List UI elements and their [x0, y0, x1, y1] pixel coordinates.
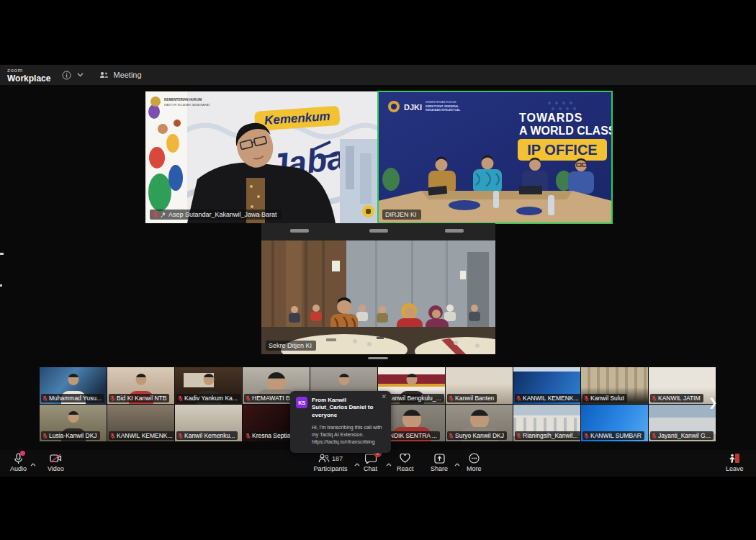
chat-body-link[interactable]: https://tactiq.io/r/transcribing	[312, 438, 385, 446]
participant-thumbnail[interactable]: Kanwil Kemenku...	[175, 405, 242, 441]
more-icon	[469, 452, 480, 464]
muted-mic-icon	[178, 433, 183, 439]
participant-thumbnail[interactable]: KANWIL SUMBAR	[581, 405, 648, 441]
muted-mic-icon	[153, 211, 158, 218]
participant-thumbnail[interactable]: Kanwil Banten	[446, 367, 513, 404]
participant-name-label: Kanwil Sulut	[582, 394, 627, 402]
muted-mic-icon	[246, 433, 251, 439]
participants-count: 187	[332, 455, 343, 462]
participant-name-tag: DIRJEN KI	[382, 210, 421, 220]
participant-name-label: KANWIL KEMENK...	[109, 431, 174, 440]
share-screen-icon	[434, 452, 445, 464]
video-tile-dirjen-ki[interactable]: DJKI KEMENTERIAN HUKUM DIREKTORAT JENDER…	[378, 91, 612, 223]
participant-name-label: KANWIL JATIM	[650, 394, 703, 402]
participant-name-label: Jayanti_Kanwil G...	[650, 431, 714, 440]
participant-thumbnail[interactable]: Suryo Kanwil DKJ	[446, 405, 513, 441]
chat-notification-popup[interactable]: ✕ KS From Kanwil Sulut_Carlos Daniel to …	[290, 391, 391, 453]
chat-button[interactable]: 3 Chat	[364, 452, 377, 472]
tab-meeting-label: Meeting	[113, 71, 141, 79]
participant-thumbnail[interactable]: Lusia-Kanwil DKJ	[40, 405, 107, 441]
more-button[interactable]: More	[467, 452, 482, 472]
chat-popup-title: From Kanwil Sulut_Carlos Daniel to every…	[312, 397, 385, 419]
share-button[interactable]: Share	[431, 452, 448, 472]
participant-name-label: Kanwil Banten	[447, 394, 497, 402]
participants-button[interactable]: 187 Participants	[311, 452, 350, 472]
left-video-org-line2: KANTOR WILAYAH JAWA BARAT	[164, 103, 210, 107]
leave-icon	[729, 452, 740, 464]
info-icon[interactable]	[62, 71, 71, 80]
video-button[interactable]: Video	[48, 452, 64, 472]
pin-icon	[161, 212, 166, 218]
banner-highlight: IP OFFICE	[527, 142, 597, 158]
audio-alert-dot	[20, 451, 25, 456]
participant-thumbnail[interactable]: Rianingsih_Kanwil...	[513, 405, 580, 441]
muted-mic-icon	[178, 395, 183, 402]
leave-label: Leave	[726, 465, 744, 472]
video-tile-asep[interactable]: KEMENTERIAN HUKUM KANTOR WILAYAH JAWA BA…	[145, 91, 377, 223]
muted-mic-icon	[652, 433, 657, 439]
popup-close-icon[interactable]: ✕	[381, 393, 387, 400]
participant-name: DIRJEN KI	[385, 211, 417, 218]
audio-label: Audio	[10, 465, 27, 472]
muted-mic-icon	[584, 433, 589, 439]
participant-thumbnail[interactable]: KANWIL KEMENK...	[107, 405, 174, 441]
participant-thumbnail[interactable]: KANWIL JATIM	[649, 367, 716, 404]
audio-options-chevron[interactable]	[30, 456, 36, 469]
muted-mic-icon	[42, 433, 48, 439]
chat-body-line2: my Tactiq AI Extension.	[312, 431, 385, 438]
participant-name-tag: Sekre Ditjen KI	[266, 341, 316, 351]
participant-name-tag: Asep Sutandar_Kakanwil_Jawa Barat	[150, 210, 282, 220]
banner-line1: TOWARDS	[519, 112, 582, 124]
muted-mic-icon	[246, 395, 251, 402]
layout-drag-handle[interactable]	[368, 357, 388, 359]
video-tile-sekre[interactable]: Sekre Ditjen KI	[261, 223, 495, 354]
muted-mic-icon	[516, 395, 521, 402]
window-title-bar: zoom Workplace Meeting DIRJEN KI's scree…	[0, 65, 756, 85]
chat-popup-body: Hi, I'm transcribing this call with my T…	[312, 424, 385, 446]
muted-mic-icon	[110, 433, 115, 439]
next-page-arrow[interactable]: ❯	[708, 396, 718, 409]
share-chevron[interactable]	[454, 456, 460, 469]
chat-icon: 3	[365, 452, 377, 464]
participant-name: Asep Sutandar_Kakanwil_Jawa Barat	[168, 211, 277, 218]
participant-thumbnail[interactable]: Kadiv Yankum Ka...	[175, 367, 242, 404]
participant-name-label: KANWIL SUMBAR	[582, 431, 644, 440]
sender-avatar: KS	[296, 397, 307, 408]
participant-thumbnail[interactable]: Jayanti_Kanwil G...	[649, 405, 716, 441]
participant-name-label: Lusia-Kanwil DKJ	[41, 431, 100, 440]
participant-name-label: Bid KI Kanwil NTB	[109, 394, 169, 402]
participant-thumbnail[interactable]: Muhammad Yusu...	[40, 367, 107, 404]
participants-chevron[interactable]	[354, 456, 360, 469]
participant-name-label: Kanwil Kemenku...	[176, 431, 238, 440]
participant-name-label: KANWIL KEMENK...	[515, 394, 580, 402]
participant-thumbnail[interactable]: KANWIL KEMENK...	[513, 367, 580, 404]
right-video-org-line1: KEMENTERIAN HUKUM	[426, 101, 456, 104]
chat-chevron[interactable]	[386, 456, 392, 469]
chat-label: Chat	[364, 465, 377, 472]
leave-button[interactable]: Leave	[726, 452, 744, 472]
participant-name-label: Rianingsih_Kanwil...	[515, 431, 580, 440]
banner-line2: A WORLD CLASS	[519, 125, 612, 137]
zoom-meeting-window: zoom Workplace Meeting DIRJEN KI's scree…	[0, 0, 756, 540]
participant-thumbnail[interactable]: Kanwil Sulut	[581, 367, 648, 404]
chat-body-line1: Hi, I'm transcribing this call with	[312, 424, 385, 431]
brand-bottom: Workplace	[7, 74, 50, 83]
participants-icon: 187	[318, 452, 343, 464]
share-label: Share	[431, 465, 448, 472]
muted-mic-icon	[110, 395, 115, 402]
participants-label: Participants	[313, 465, 347, 472]
camera-off-icon	[50, 452, 62, 464]
video-stage: KEMENTERIAN HUKUM KANTOR WILAYAH JAWA BA…	[0, 85, 756, 450]
audio-button[interactable]: Audio	[10, 452, 27, 472]
react-label: React	[397, 465, 414, 472]
participant-name-label: Kadiv Yankum Ka...	[176, 394, 240, 402]
tab-meeting[interactable]: Meeting	[99, 71, 141, 79]
video-label: Video	[48, 465, 64, 472]
participant-thumbnail[interactable]: Bid KI Kanwil NTB	[107, 367, 174, 404]
edge-marker	[0, 284, 2, 287]
more-label: More	[467, 465, 482, 472]
chevron-down-icon[interactable]	[77, 73, 84, 77]
react-button[interactable]: React	[397, 452, 414, 472]
edge-marker	[0, 253, 4, 255]
right-video-org-line3: KEKAYAAN INTELEKTUAL	[426, 109, 461, 112]
